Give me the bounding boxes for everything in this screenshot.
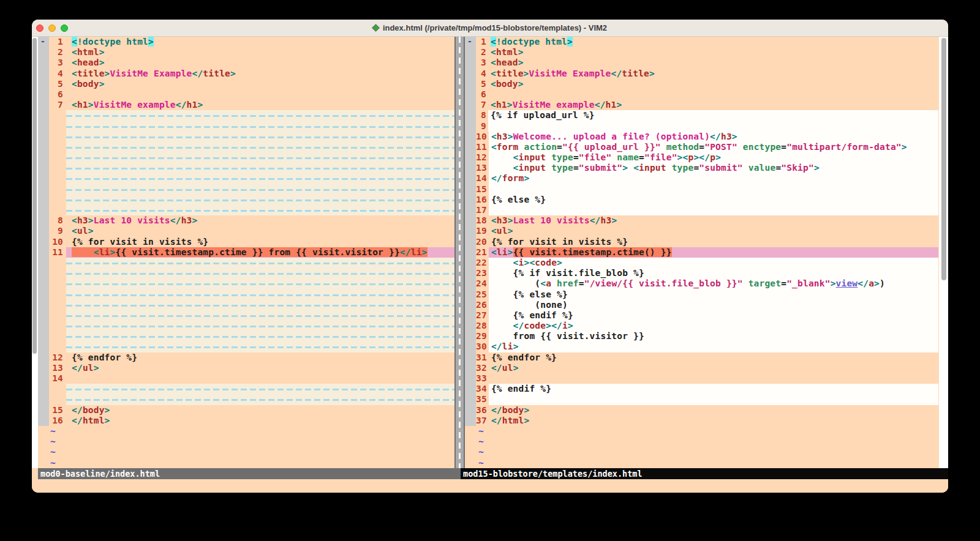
- code-text[interactable]: [66, 142, 454, 152]
- code-text[interactable]: [66, 310, 454, 321]
- code-text[interactable]: [66, 289, 454, 300]
- code-text[interactable]: {% for visit in visits %}: [66, 237, 454, 247]
- code-text[interactable]: [66, 373, 454, 384]
- code-token: <: [491, 69, 496, 78]
- code-text[interactable]: {% else %}: [489, 289, 938, 300]
- code-text[interactable]: [489, 184, 938, 195]
- code-text[interactable]: [66, 321, 454, 331]
- code-text[interactable]: </html>: [66, 416, 454, 426]
- code-text[interactable]: {% endfor %}: [66, 353, 454, 363]
- fold-column-cell: [465, 363, 476, 373]
- code-text[interactable]: [489, 205, 938, 215]
- code-text[interactable]: [66, 384, 454, 394]
- code-text[interactable]: [489, 373, 938, 384]
- code-text[interactable]: <li>{{ visit.timestamp.ctime() }}: [489, 247, 938, 258]
- code-text[interactable]: [66, 394, 454, 405]
- code-text[interactable]: <form action="{{ upload_url }}" method="…: [489, 142, 938, 152]
- code-text[interactable]: [66, 173, 454, 184]
- code-text[interactable]: </html>: [489, 416, 938, 426]
- diff-filler-line: [38, 258, 454, 268]
- code-token: </: [491, 416, 502, 425]
- code-text[interactable]: {% else %}: [489, 195, 938, 205]
- right-scrollbar-thumb[interactable]: [941, 38, 946, 280]
- vertical-split-divider[interactable]: [454, 37, 465, 468]
- code-text[interactable]: <title>VisitMe Example</title>: [66, 69, 454, 79]
- code-text[interactable]: <title>VisitMe Example</title>: [488, 69, 938, 79]
- code-text[interactable]: <h1>VisitMe example</h1>: [66, 100, 454, 110]
- code-text[interactable]: [489, 394, 938, 405]
- code-text[interactable]: <ul>: [66, 226, 454, 236]
- code-text[interactable]: <h3>Last 10 visits</h3>: [489, 215, 938, 226]
- code-text[interactable]: <body>: [488, 79, 938, 89]
- minimize-button[interactable]: [48, 24, 56, 32]
- command-line-area[interactable]: [32, 479, 948, 493]
- code-text[interactable]: [66, 205, 454, 215]
- code-text[interactable]: [66, 268, 454, 278]
- code-text[interactable]: </ul>: [66, 363, 454, 373]
- line-number: [49, 394, 66, 405]
- code-text[interactable]: [66, 195, 454, 205]
- code-text[interactable]: </ul>: [489, 363, 938, 373]
- code-text[interactable]: [488, 89, 938, 100]
- code-text[interactable]: [66, 121, 454, 132]
- code-text[interactable]: </li>: [489, 341, 938, 352]
- code-text[interactable]: </body>: [66, 405, 454, 416]
- code-text[interactable]: <!doctype html>: [488, 37, 938, 47]
- code-text[interactable]: </code></i>: [489, 321, 938, 331]
- code-text[interactable]: <head>: [488, 58, 938, 68]
- code-text[interactable]: {% if visit.file_blob %}: [489, 268, 938, 278]
- code-text[interactable]: [66, 331, 454, 341]
- code-text[interactable]: <h3>Welcome... upload a file? (optional)…: [489, 132, 938, 142]
- right-scrollbar-track[interactable]: [939, 37, 948, 468]
- code-token: >: [508, 226, 513, 236]
- code-text[interactable]: <!doctype html>: [66, 37, 454, 47]
- code-text[interactable]: from {{ visit.visitor }}: [489, 331, 938, 341]
- code-line: 7<h1>VisitMe example</h1>: [38, 100, 454, 110]
- tilde-marker: ~: [49, 426, 454, 436]
- code-text[interactable]: (none): [489, 300, 938, 310]
- fold-column-cell: [465, 416, 476, 426]
- code-text[interactable]: {% if upload_url %}: [488, 110, 938, 121]
- code-text[interactable]: {% endif %}: [489, 310, 938, 321]
- code-token: <: [72, 226, 77, 236]
- code-token: [546, 152, 551, 162]
- code-text[interactable]: [66, 278, 454, 289]
- code-text[interactable]: {% for visit in visits %}: [489, 237, 938, 247]
- code-text[interactable]: <i><code>: [489, 258, 938, 268]
- zoom-button[interactable]: [61, 24, 68, 32]
- code-text[interactable]: <input type="file" name="file"><p></p>: [489, 152, 938, 163]
- code-text[interactable]: <html>: [488, 47, 938, 58]
- code-text[interactable]: <ul>: [489, 226, 938, 236]
- close-button[interactable]: [36, 24, 43, 32]
- code-text[interactable]: {% endfor %}: [489, 353, 938, 363]
- code-token: <: [94, 247, 99, 257]
- code-text[interactable]: [66, 110, 454, 121]
- code-token: "Skip": [781, 163, 814, 173]
- code-text[interactable]: [66, 152, 454, 163]
- code-text[interactable]: <h3>Last 10 visits</h3>: [66, 215, 454, 226]
- code-text[interactable]: </body>: [489, 405, 938, 416]
- code-text[interactable]: [66, 258, 454, 268]
- left-scrollbar-track[interactable]: [32, 37, 38, 468]
- code-text[interactable]: </form>: [489, 173, 938, 184]
- left-scrollbar-thumb[interactable]: [32, 38, 37, 354]
- code-text[interactable]: [66, 300, 454, 310]
- code-text[interactable]: [66, 132, 454, 142]
- code-text[interactable]: [66, 341, 454, 352]
- line-number: 16: [476, 195, 489, 205]
- code-text[interactable]: <html>: [66, 47, 454, 58]
- code-text[interactable]: [66, 89, 454, 100]
- code-text[interactable]: <h1>VisitMe example</h1>: [488, 100, 938, 110]
- code-token: </: [192, 69, 203, 78]
- code-text[interactable]: <body>: [66, 79, 454, 89]
- code-token: "_blank": [786, 278, 830, 288]
- code-text[interactable]: <head>: [66, 58, 454, 68]
- code-token: Last 10 visits: [94, 215, 170, 225]
- code-text[interactable]: <li>{{ visit.timestamp.ctime }} from {{ …: [66, 247, 454, 258]
- code-text[interactable]: [66, 184, 454, 195]
- code-text[interactable]: [66, 163, 454, 173]
- code-text[interactable]: [488, 121, 938, 132]
- code-text[interactable]: {% endif %}: [489, 384, 938, 394]
- code-text[interactable]: <input type="submit"> <input type="submi…: [489, 163, 938, 173]
- code-text[interactable]: (<a href="/view/{{ visit.file_blob }}" t…: [489, 278, 938, 289]
